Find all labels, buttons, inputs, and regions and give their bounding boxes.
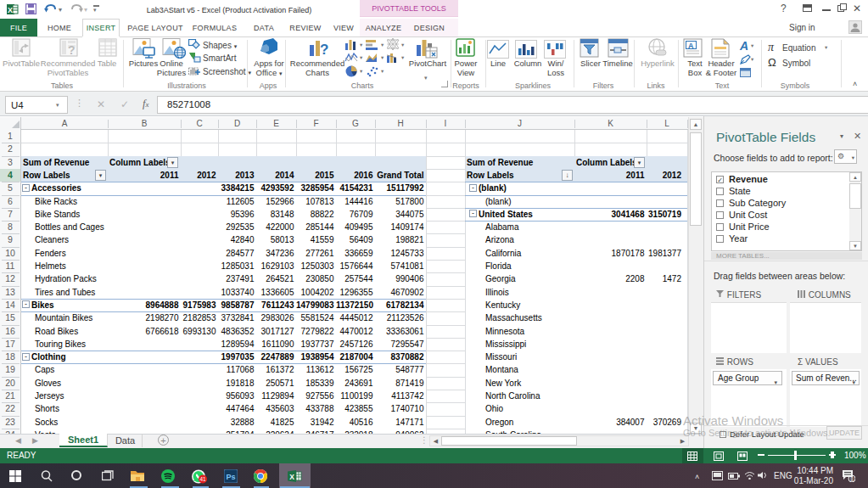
svg-text:?: ? [320, 42, 328, 58]
svg-text:8: 8 [850, 476, 854, 482]
svg-text:X: X [289, 473, 294, 481]
svg-text:41: 41 [199, 476, 206, 482]
svg-text:Ps: Ps [226, 473, 235, 481]
svg-text:A: A [688, 42, 694, 50]
